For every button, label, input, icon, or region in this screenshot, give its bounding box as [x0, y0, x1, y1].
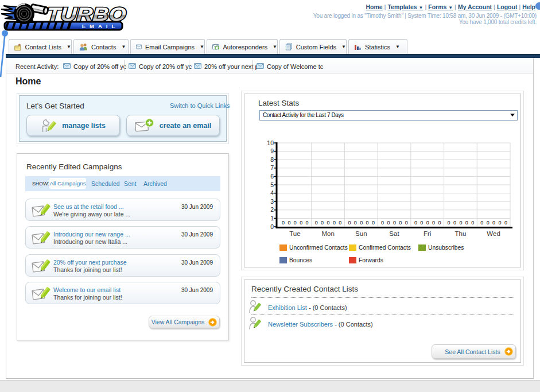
svg-text:7: 7	[270, 164, 274, 171]
svg-text:0: 0	[306, 220, 309, 226]
svg-text:0: 0	[288, 220, 290, 226]
svg-text:Sat: Sat	[389, 230, 399, 237]
svg-text:TURBO: TURBO	[46, 4, 127, 25]
svg-text:Thu: Thu	[454, 230, 466, 237]
svg-text:0: 0	[348, 220, 351, 226]
svg-text:0: 0	[387, 220, 390, 226]
svg-text:9: 9	[270, 148, 274, 154]
svg-text:0: 0	[498, 220, 501, 226]
svg-text:3: 3	[270, 198, 274, 205]
svg-text:0: 0	[315, 220, 318, 226]
svg-text:Sun: Sun	[355, 230, 367, 237]
svg-text:0: 0	[420, 220, 423, 226]
svg-text:1: 1	[270, 215, 274, 222]
svg-text:0: 0	[504, 220, 507, 226]
svg-text:4: 4	[270, 189, 274, 196]
svg-text:0: 0	[300, 220, 302, 226]
svg-text:0: 0	[453, 220, 456, 226]
svg-text:0: 0	[414, 220, 417, 226]
svg-text:0: 0	[405, 220, 408, 226]
svg-text:Fri: Fri	[424, 230, 431, 237]
svg-text:Mon: Mon	[321, 230, 334, 237]
svg-text:0: 0	[399, 220, 402, 226]
svg-text:0: 0	[321, 220, 324, 226]
svg-text:0: 0	[432, 220, 435, 226]
svg-text:0: 0	[270, 223, 274, 230]
svg-text:0: 0	[465, 220, 468, 226]
svg-text:0: 0	[294, 220, 297, 226]
svg-text:0: 0	[393, 220, 396, 226]
svg-text:0: 0	[381, 220, 384, 226]
svg-text:0: 0	[372, 220, 375, 226]
svg-text:0: 0	[360, 220, 363, 226]
svg-text:6: 6	[270, 173, 274, 180]
svg-text:0: 0	[471, 220, 474, 226]
svg-text:0: 0	[487, 220, 490, 226]
svg-text:Tue: Tue	[289, 230, 300, 237]
svg-text:0: 0	[354, 220, 357, 226]
svg-text:0: 0	[438, 220, 441, 226]
svg-text:10: 10	[267, 139, 274, 146]
svg-text:0: 0	[333, 220, 336, 226]
svg-text:0: 0	[480, 220, 483, 226]
svg-text:0: 0	[366, 220, 369, 226]
svg-text:0: 0	[426, 220, 429, 226]
svg-text:0: 0	[448, 220, 450, 226]
svg-text:0: 0	[459, 220, 462, 226]
svg-text:5: 5	[270, 181, 274, 188]
svg-text:0: 0	[339, 220, 341, 226]
svg-text:2: 2	[270, 206, 274, 213]
svg-text:0: 0	[327, 220, 329, 226]
svg-text:Wed: Wed	[487, 230, 500, 237]
svg-text:0: 0	[492, 220, 495, 226]
svg-text:0: 0	[282, 220, 285, 226]
svg-text:8: 8	[270, 156, 274, 163]
